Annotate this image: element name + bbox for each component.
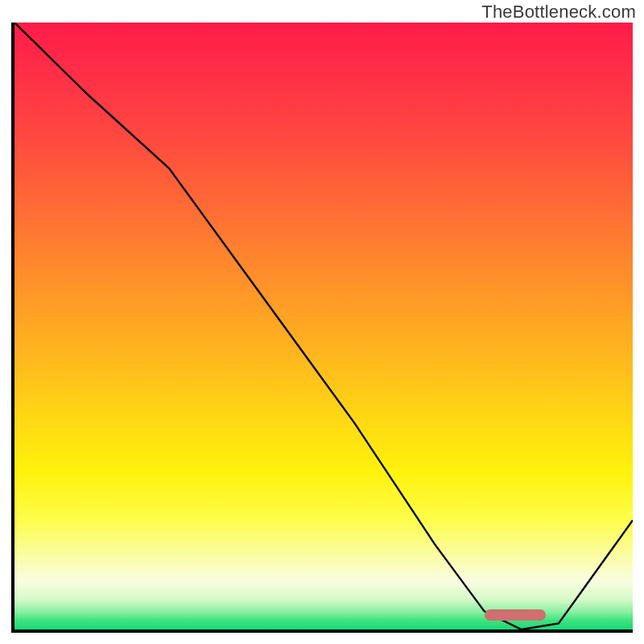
plot-area bbox=[11, 23, 633, 633]
chart-frame: TheBottleneck.com bbox=[0, 0, 644, 644]
optimal-range-marker bbox=[485, 609, 547, 621]
watermark-text: TheBottleneck.com bbox=[481, 2, 636, 23]
gradient-background bbox=[14, 23, 633, 630]
